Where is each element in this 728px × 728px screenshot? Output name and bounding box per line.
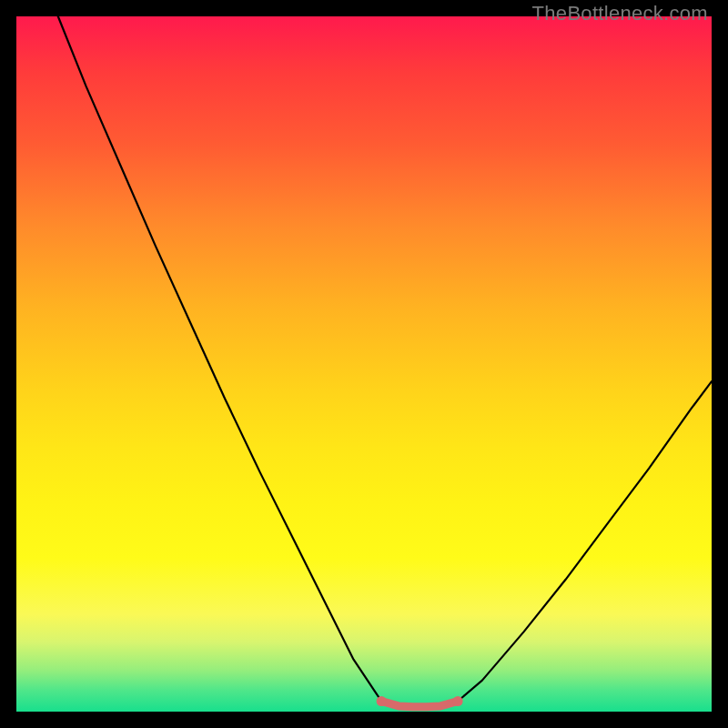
watermark-label: TheBottleneck.com <box>532 2 708 25</box>
plot-area <box>16 16 712 712</box>
bottleneck-chart: TheBottleneck.com <box>0 0 728 728</box>
